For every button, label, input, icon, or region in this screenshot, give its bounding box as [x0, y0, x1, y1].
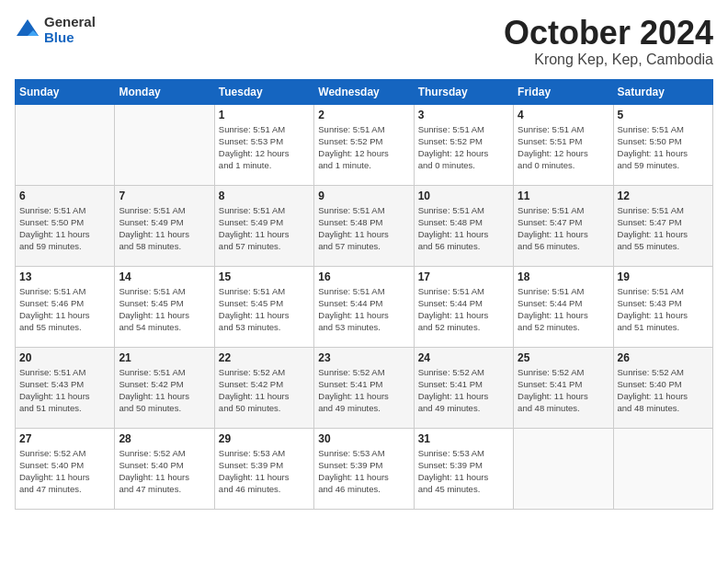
- day-detail: Sunrise: 5:51 AM Sunset: 5:53 PM Dayligh…: [219, 124, 290, 171]
- day-detail: Sunrise: 5:51 AM Sunset: 5:52 PM Dayligh…: [418, 124, 489, 171]
- day-number: 28: [119, 432, 210, 445]
- day-detail: Sunrise: 5:51 AM Sunset: 5:52 PM Dayligh…: [318, 124, 389, 171]
- day-number: 3: [418, 109, 509, 121]
- day-number: 22: [219, 351, 310, 364]
- day-detail: Sunrise: 5:51 AM Sunset: 5:51 PM Dayligh…: [518, 124, 588, 171]
- day-detail: Sunrise: 5:51 AM Sunset: 5:46 PM Dayligh…: [19, 286, 90, 333]
- day-number: 6: [19, 190, 110, 202]
- calendar-week-row: 27Sunrise: 5:52 AM Sunset: 5:40 PM Dayli…: [16, 428, 713, 509]
- day-number: 4: [518, 109, 609, 121]
- weekday-header: Thursday: [414, 79, 513, 104]
- day-number: 13: [19, 270, 110, 283]
- logo: General Blue: [15, 15, 96, 45]
- calendar-week-row: 1Sunrise: 5:51 AM Sunset: 5:53 PM Daylig…: [16, 104, 713, 185]
- calendar-table: SundayMondayTuesdayWednesdayThursdayFrid…: [15, 79, 713, 510]
- day-number: 24: [418, 351, 509, 364]
- calendar-cell: 15Sunrise: 5:51 AM Sunset: 5:45 PM Dayli…: [214, 266, 313, 347]
- day-detail: Sunrise: 5:52 AM Sunset: 5:41 PM Dayligh…: [418, 367, 489, 414]
- logo-general-text: General: [44, 15, 96, 30]
- calendar-cell: 17Sunrise: 5:51 AM Sunset: 5:44 PM Dayli…: [414, 266, 513, 347]
- day-detail: Sunrise: 5:51 AM Sunset: 5:45 PM Dayligh…: [219, 286, 290, 333]
- weekday-header-row: SundayMondayTuesdayWednesdayThursdayFrid…: [16, 79, 713, 104]
- calendar-cell: 14Sunrise: 5:51 AM Sunset: 5:45 PM Dayli…: [115, 266, 214, 347]
- day-number: 31: [418, 432, 509, 445]
- day-number: 7: [119, 190, 210, 202]
- day-detail: Sunrise: 5:53 AM Sunset: 5:39 PM Dayligh…: [219, 448, 290, 495]
- day-number: 9: [318, 190, 409, 202]
- day-number: 17: [418, 270, 509, 283]
- day-detail: Sunrise: 5:51 AM Sunset: 5:47 PM Dayligh…: [518, 205, 588, 252]
- calendar-cell: [16, 104, 115, 185]
- calendar-cell: 16Sunrise: 5:51 AM Sunset: 5:44 PM Dayli…: [314, 266, 414, 347]
- day-detail: Sunrise: 5:51 AM Sunset: 5:43 PM Dayligh…: [19, 367, 90, 414]
- month-title: October 2024: [504, 15, 713, 52]
- day-detail: Sunrise: 5:53 AM Sunset: 5:39 PM Dayligh…: [318, 448, 389, 495]
- weekday-header: Saturday: [613, 79, 712, 104]
- calendar-cell: 12Sunrise: 5:51 AM Sunset: 5:47 PM Dayli…: [613, 185, 712, 266]
- day-detail: Sunrise: 5:53 AM Sunset: 5:39 PM Dayligh…: [418, 448, 489, 495]
- calendar-cell: 18Sunrise: 5:51 AM Sunset: 5:44 PM Dayli…: [514, 266, 613, 347]
- title-area: October 2024 Krong Kep, Kep, Cambodia: [504, 15, 713, 68]
- day-detail: Sunrise: 5:51 AM Sunset: 5:47 PM Dayligh…: [618, 205, 688, 252]
- day-number: 30: [318, 432, 409, 445]
- calendar-cell: 25Sunrise: 5:52 AM Sunset: 5:41 PM Dayli…: [514, 347, 613, 428]
- calendar-cell: 10Sunrise: 5:51 AM Sunset: 5:48 PM Dayli…: [414, 185, 513, 266]
- day-number: 25: [518, 351, 609, 364]
- calendar-cell: 9Sunrise: 5:51 AM Sunset: 5:48 PM Daylig…: [314, 185, 414, 266]
- logo-icon: [15, 17, 40, 43]
- calendar-week-row: 13Sunrise: 5:51 AM Sunset: 5:46 PM Dayli…: [16, 266, 713, 347]
- day-detail: Sunrise: 5:51 AM Sunset: 5:50 PM Dayligh…: [618, 124, 688, 171]
- day-number: 10: [418, 190, 509, 202]
- day-detail: Sunrise: 5:51 AM Sunset: 5:49 PM Dayligh…: [119, 205, 189, 252]
- calendar-cell: 22Sunrise: 5:52 AM Sunset: 5:42 PM Dayli…: [214, 347, 313, 428]
- weekday-header: Wednesday: [314, 79, 414, 104]
- day-detail: Sunrise: 5:51 AM Sunset: 5:44 PM Dayligh…: [518, 286, 588, 333]
- calendar-cell: 31Sunrise: 5:53 AM Sunset: 5:39 PM Dayli…: [414, 428, 513, 509]
- day-detail: Sunrise: 5:51 AM Sunset: 5:44 PM Dayligh…: [418, 286, 489, 333]
- day-detail: Sunrise: 5:51 AM Sunset: 5:43 PM Dayligh…: [618, 286, 688, 333]
- day-detail: Sunrise: 5:52 AM Sunset: 5:40 PM Dayligh…: [19, 448, 90, 495]
- logo-blue-text: Blue: [44, 30, 96, 46]
- calendar-cell: [613, 428, 712, 509]
- day-number: 19: [618, 270, 709, 283]
- calendar-week-row: 20Sunrise: 5:51 AM Sunset: 5:43 PM Dayli…: [16, 347, 713, 428]
- weekday-header: Monday: [115, 79, 214, 104]
- calendar-cell: 3Sunrise: 5:51 AM Sunset: 5:52 PM Daylig…: [414, 104, 513, 185]
- calendar-cell: 20Sunrise: 5:51 AM Sunset: 5:43 PM Dayli…: [16, 347, 115, 428]
- day-number: 21: [119, 351, 210, 364]
- calendar-cell: 29Sunrise: 5:53 AM Sunset: 5:39 PM Dayli…: [214, 428, 313, 509]
- calendar-cell: 1Sunrise: 5:51 AM Sunset: 5:53 PM Daylig…: [214, 104, 313, 185]
- day-detail: Sunrise: 5:52 AM Sunset: 5:40 PM Dayligh…: [618, 367, 688, 414]
- calendar-cell: 6Sunrise: 5:51 AM Sunset: 5:50 PM Daylig…: [16, 185, 115, 266]
- logo-text: General Blue: [44, 15, 96, 45]
- calendar-cell: 26Sunrise: 5:52 AM Sunset: 5:40 PM Dayli…: [613, 347, 712, 428]
- day-number: 29: [219, 432, 310, 445]
- calendar-cell: 21Sunrise: 5:51 AM Sunset: 5:42 PM Dayli…: [115, 347, 214, 428]
- day-number: 2: [318, 109, 409, 121]
- day-number: 14: [119, 270, 210, 283]
- day-detail: Sunrise: 5:51 AM Sunset: 5:49 PM Dayligh…: [219, 205, 290, 252]
- weekday-header: Sunday: [16, 79, 115, 104]
- day-number: 5: [618, 109, 709, 121]
- calendar-cell: 4Sunrise: 5:51 AM Sunset: 5:51 PM Daylig…: [514, 104, 613, 185]
- calendar-cell: 5Sunrise: 5:51 AM Sunset: 5:50 PM Daylig…: [613, 104, 712, 185]
- day-number: 1: [219, 109, 310, 121]
- day-number: 15: [219, 270, 310, 283]
- day-number: 23: [318, 351, 409, 364]
- day-detail: Sunrise: 5:52 AM Sunset: 5:40 PM Dayligh…: [119, 448, 189, 495]
- calendar-week-row: 6Sunrise: 5:51 AM Sunset: 5:50 PM Daylig…: [16, 185, 713, 266]
- day-detail: Sunrise: 5:52 AM Sunset: 5:41 PM Dayligh…: [318, 367, 389, 414]
- calendar-cell: 8Sunrise: 5:51 AM Sunset: 5:49 PM Daylig…: [214, 185, 313, 266]
- day-detail: Sunrise: 5:51 AM Sunset: 5:50 PM Dayligh…: [19, 205, 90, 252]
- day-number: 11: [518, 190, 609, 202]
- day-number: 27: [19, 432, 110, 445]
- location-title: Krong Kep, Kep, Cambodia: [504, 52, 713, 68]
- calendar-cell: 28Sunrise: 5:52 AM Sunset: 5:40 PM Dayli…: [115, 428, 214, 509]
- day-number: 12: [618, 190, 709, 202]
- calendar-cell: 27Sunrise: 5:52 AM Sunset: 5:40 PM Dayli…: [16, 428, 115, 509]
- day-detail: Sunrise: 5:51 AM Sunset: 5:44 PM Dayligh…: [318, 286, 389, 333]
- calendar-cell: [115, 104, 214, 185]
- calendar-cell: 11Sunrise: 5:51 AM Sunset: 5:47 PM Dayli…: [514, 185, 613, 266]
- day-number: 20: [19, 351, 110, 364]
- calendar-cell: 7Sunrise: 5:51 AM Sunset: 5:49 PM Daylig…: [115, 185, 214, 266]
